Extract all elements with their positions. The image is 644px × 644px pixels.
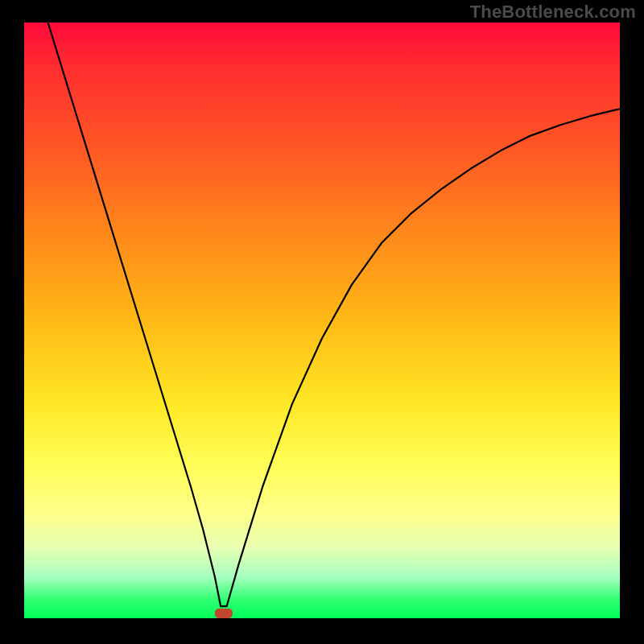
- chart-svg: [24, 23, 620, 618]
- bottleneck-curve: [48, 23, 620, 606]
- minimum-marker: [215, 609, 233, 618]
- chart-frame: TheBottleneck.com: [0, 0, 644, 644]
- watermark-text: TheBottleneck.com: [470, 2, 636, 23]
- plot-area: [24, 23, 620, 618]
